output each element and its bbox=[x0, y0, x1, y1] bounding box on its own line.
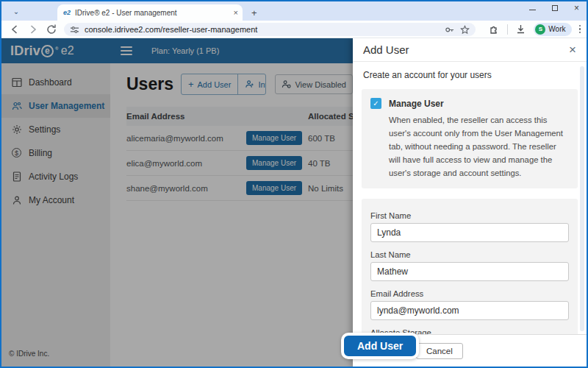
browser-titlebar: ⌄ e2 IDrive® e2 - User management × + × bbox=[1, 1, 587, 21]
manage-user-label: Manage User bbox=[389, 99, 444, 109]
last-name-label: Last Name bbox=[370, 250, 569, 259]
cancel-button[interactable]: Cancel bbox=[416, 343, 463, 359]
manage-user-description: When enabled, the reseller can access th… bbox=[370, 113, 569, 180]
browser-profile-button[interactable]: S Work bbox=[534, 23, 571, 36]
extensions-icon[interactable] bbox=[489, 24, 500, 35]
new-tab-button[interactable]: + bbox=[251, 7, 257, 18]
panel-close-icon[interactable]: × bbox=[569, 43, 576, 56]
profile-avatar: S bbox=[535, 24, 545, 35]
tab-title: IDrive® e2 - User management bbox=[75, 9, 229, 17]
site-settings-icon[interactable] bbox=[70, 24, 79, 34]
browser-window: ⌄ e2 IDrive® e2 - User management × + × … bbox=[0, 0, 588, 368]
manage-user-section: ✓ Manage User When enabled, the reseller… bbox=[362, 89, 578, 188]
panel-title: Add User bbox=[363, 43, 569, 56]
add-user-panel: Add User × Create an account for your us… bbox=[353, 38, 587, 367]
browser-toolbar: console.idrivee2.com/reseller-user-manag… bbox=[1, 21, 587, 38]
add-user-submit-button[interactable]: Add User bbox=[341, 333, 419, 359]
panel-footer: Add User Cancel bbox=[353, 334, 587, 367]
browser-menu-icon[interactable] bbox=[579, 25, 581, 34]
url-text[interactable]: console.idrivee2.com/reseller-user-manag… bbox=[85, 25, 439, 34]
email-address-label: Email Address bbox=[370, 289, 569, 298]
panel-scrollbar[interactable] bbox=[580, 66, 584, 331]
tab-search-icon[interactable]: ⌄ bbox=[10, 5, 22, 17]
window-close-button[interactable]: × bbox=[574, 4, 579, 12]
toolbar-divider bbox=[507, 24, 508, 35]
refresh-icon[interactable] bbox=[46, 24, 57, 35]
downloads-icon[interactable] bbox=[515, 24, 526, 35]
forward-icon[interactable] bbox=[27, 24, 39, 35]
manage-user-checkbox[interactable]: ✓ bbox=[370, 98, 381, 109]
window-maximize-button[interactable] bbox=[552, 5, 558, 11]
bookmark-star-icon[interactable] bbox=[460, 24, 470, 34]
panel-subtitle: Create an account for your users bbox=[353, 62, 587, 82]
modal-dim-overlay bbox=[1, 38, 353, 367]
profile-label: Work bbox=[548, 25, 565, 33]
browser-tab[interactable]: e2 IDrive® e2 - User management × bbox=[57, 4, 243, 21]
first-name-label: First Name bbox=[370, 211, 569, 220]
last-name-field[interactable] bbox=[370, 262, 569, 281]
dimmed-content: IDrive®e2 Plan: Yearly (1 PB) Dashboard bbox=[1, 38, 353, 367]
address-bar[interactable]: console.idrivee2.com/reseller-user-manag… bbox=[64, 23, 476, 36]
window-minimize-button[interactable] bbox=[529, 10, 536, 11]
first-name-field[interactable] bbox=[370, 223, 569, 242]
tab-close-icon[interactable]: × bbox=[234, 8, 238, 17]
back-icon[interactable] bbox=[9, 24, 21, 35]
tab-favicon: e2 bbox=[63, 9, 71, 16]
password-key-icon[interactable] bbox=[445, 24, 454, 34]
email-address-field[interactable] bbox=[370, 301, 569, 320]
